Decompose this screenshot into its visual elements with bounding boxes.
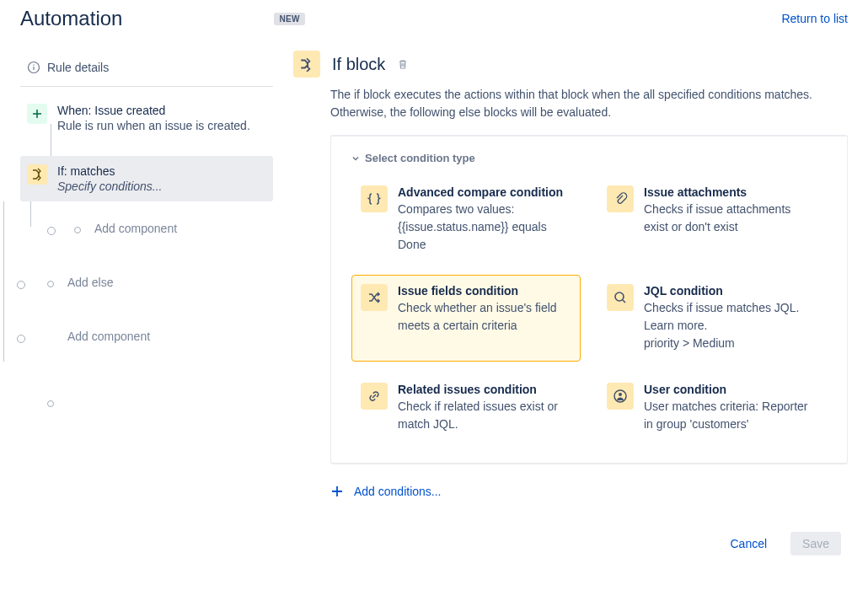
return-to-list-link[interactable]: Return to list <box>781 12 848 25</box>
shuffle-icon <box>361 284 388 311</box>
search-icon <box>607 284 634 311</box>
connector-line <box>3 294 4 362</box>
condition-advanced-compare[interactable]: Advanced compare condition Compares two … <box>351 176 581 263</box>
condition-body: Issue fields condition Check whether an … <box>398 284 571 352</box>
svg-point-5 <box>619 393 622 396</box>
attachment-icon <box>607 185 634 212</box>
when-step[interactable]: When: Issue created Rule is run when an … <box>20 95 273 141</box>
circle-marker-icon <box>47 281 54 287</box>
sidebar: Rule details When: Issue created Rule is… <box>20 51 273 555</box>
when-step-title: When: Issue created <box>57 104 250 117</box>
condition-related-issues[interactable]: Related issues condition Check if relate… <box>351 373 581 442</box>
condition-title: Issue attachments <box>644 185 817 199</box>
if-step-desc: Specify conditions... <box>57 180 163 193</box>
panel-header[interactable]: Select condition type <box>351 152 827 164</box>
add-conditions-button[interactable]: Add conditions... <box>330 485 848 498</box>
save-button[interactable]: Save <box>790 532 841 555</box>
if-step-content: If: matches Specify conditions... <box>57 164 163 193</box>
condition-title: Related issues condition <box>398 383 571 396</box>
condition-issue-attachments[interactable]: Issue attachments Checks if issue attach… <box>597 176 827 263</box>
condition-title: Advanced compare condition <box>398 185 571 199</box>
condition-grid: Advanced compare condition Compares two … <box>351 176 827 442</box>
condition-title: JQL condition <box>644 284 817 298</box>
main-header: If block <box>293 51 848 78</box>
condition-user[interactable]: User condition User matches criteria: Re… <box>597 373 827 442</box>
panel-header-text: Select condition type <box>365 152 475 164</box>
main-panel: If block The if block executes the actio… <box>287 51 848 555</box>
add-else-label: Add else <box>67 276 113 289</box>
add-component-label: Add component <box>67 330 150 343</box>
plus-icon <box>330 485 344 498</box>
braces-icon <box>361 185 388 212</box>
condition-title: User condition <box>644 383 817 396</box>
condition-desc: Checks if issue matches JQL. Learn more.… <box>644 299 817 352</box>
condition-body: JQL condition Checks if issue matches JQ… <box>644 284 817 352</box>
condition-body: User condition User matches criteria: Re… <box>644 383 817 433</box>
condition-desc: Checks if issue attachments exist or don… <box>644 201 817 236</box>
svg-rect-2 <box>33 65 34 66</box>
condition-desc: User matches criteria: Reporter in group… <box>644 398 817 433</box>
if-step-title: If: matches <box>57 164 163 178</box>
page-header-left: Automation NEW <box>20 7 305 30</box>
condition-issue-fields[interactable]: Issue fields condition Check whether an … <box>351 275 581 362</box>
when-step-content: When: Issue created Rule is run when an … <box>57 104 250 132</box>
plus-icon <box>27 104 47 124</box>
condition-body: Advanced compare condition Compares two … <box>398 185 571 254</box>
footer: Cancel Save <box>293 532 848 555</box>
rule-details-item[interactable]: Rule details <box>20 51 273 87</box>
condition-desc: Compares two values: {{issue.status.name… <box>398 201 571 254</box>
rule-details-label: Rule details <box>47 61 109 74</box>
connector-line <box>30 201 31 227</box>
add-component-sub[interactable]: Add component <box>67 201 273 255</box>
main-description: The if block executes the actions within… <box>330 86 848 121</box>
trash-icon[interactable] <box>397 58 409 70</box>
add-component-item[interactable]: Add component <box>37 309 273 363</box>
user-icon <box>607 383 634 410</box>
connector-line <box>3 201 4 294</box>
new-badge: NEW <box>274 13 305 25</box>
condition-desc: Check whether an issue's field meets a c… <box>398 299 571 335</box>
condition-desc: Check if related issues exist or match J… <box>398 398 571 433</box>
page-header: Automation NEW Return to list <box>0 0 868 30</box>
condition-body: Related issues condition Check if relate… <box>398 383 571 433</box>
add-conditions-label: Add conditions... <box>354 485 442 498</box>
link-icon <box>361 383 388 410</box>
svg-rect-1 <box>33 67 34 70</box>
if-block-icon <box>293 51 320 78</box>
branch-icon <box>27 164 47 185</box>
add-else-item[interactable]: Add else <box>37 255 273 309</box>
condition-panel: Select condition type Advanced compare c… <box>330 135 848 464</box>
main-title: If block <box>332 55 385 74</box>
svg-point-3 <box>615 292 624 301</box>
circle-marker-icon <box>47 400 54 407</box>
if-step[interactable]: If: matches Specify conditions... <box>20 156 273 201</box>
when-step-desc: Rule is run when an issue is created. <box>57 119 250 132</box>
page-title: Automation <box>20 7 122 30</box>
chevron-down-icon <box>351 154 360 163</box>
layout: Rule details When: Issue created Rule is… <box>0 30 868 576</box>
info-icon <box>27 61 40 74</box>
condition-title: Issue fields condition <box>398 284 571 298</box>
add-component-label: Add component <box>94 222 177 235</box>
cancel-button[interactable]: Cancel <box>720 532 777 555</box>
condition-jql[interactable]: JQL condition Checks if issue matches JQ… <box>597 275 827 362</box>
condition-body: Issue attachments Checks if issue attach… <box>644 185 817 254</box>
circle-marker-icon <box>74 227 81 233</box>
